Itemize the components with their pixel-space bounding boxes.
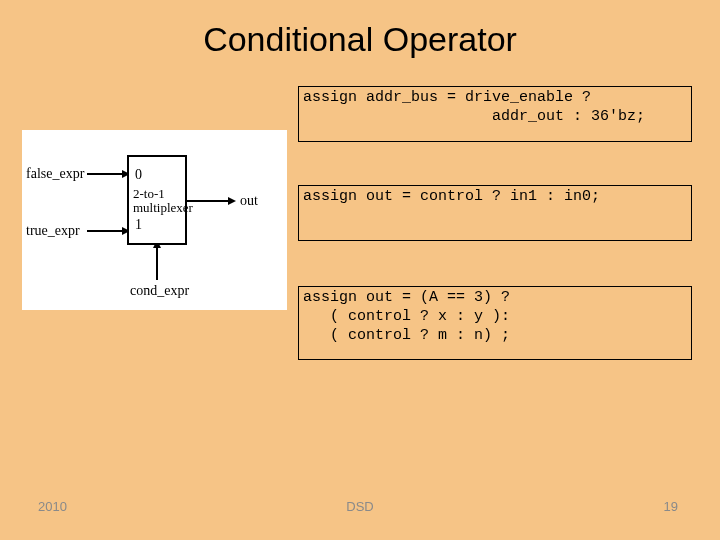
wire bbox=[87, 230, 127, 232]
mux-label-line: 2-to-1 bbox=[133, 186, 165, 201]
mux-port-0: 0 bbox=[135, 167, 142, 183]
code-block-1: assign addr_bus = drive_enable ? addr_ou… bbox=[298, 86, 692, 142]
wire bbox=[187, 200, 232, 202]
mux-diagram: false_expr true_expr out cond_expr 0 1 2… bbox=[22, 130, 287, 310]
slide-title: Conditional Operator bbox=[0, 0, 720, 59]
label-true-expr: true_expr bbox=[26, 223, 80, 239]
label-out: out bbox=[240, 193, 258, 209]
footer-center: DSD bbox=[0, 499, 720, 514]
mux-port-1: 1 bbox=[135, 217, 142, 233]
mux-label-line: multiplexer bbox=[133, 200, 193, 215]
label-false-expr: false_expr bbox=[26, 166, 84, 182]
code-block-3: assign out = (A == 3) ? ( control ? x : … bbox=[298, 286, 692, 360]
footer-page: 19 bbox=[664, 499, 678, 514]
label-cond-expr: cond_expr bbox=[130, 283, 189, 299]
wire bbox=[87, 173, 127, 175]
code-block-2: assign out = control ? in1 : in0; bbox=[298, 185, 692, 241]
arrow-icon bbox=[228, 197, 236, 205]
mux-box: 0 1 2-to-1 multiplexer bbox=[127, 155, 187, 245]
wire bbox=[156, 245, 158, 280]
mux-label: 2-to-1 multiplexer bbox=[133, 187, 193, 216]
